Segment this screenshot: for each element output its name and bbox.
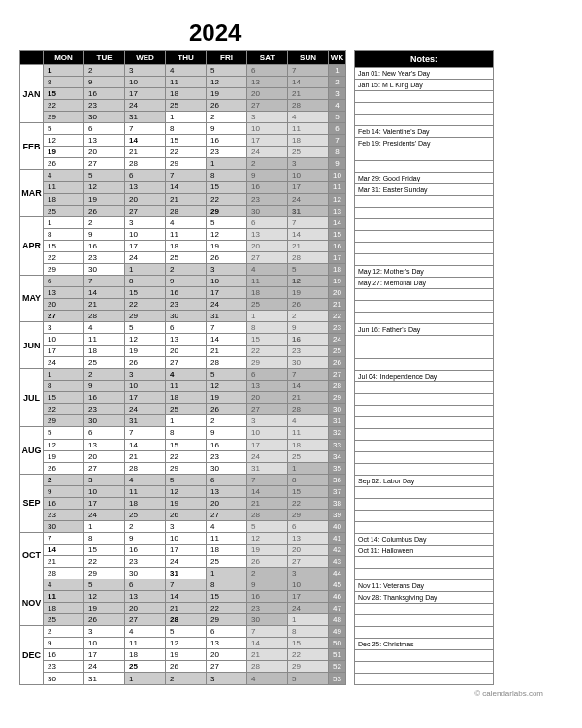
day-cell: 5 [166, 626, 207, 638]
day-cell: 17 [44, 346, 84, 357]
day-cell: 20 [44, 298, 84, 310]
day-cell: 16 [247, 591, 288, 603]
day-cell: 4 [166, 65, 207, 77]
day-cell: 29 [44, 112, 84, 123]
day-cell: 13 [84, 135, 125, 147]
day-cell: 14 [125, 135, 166, 147]
day-cell: 1 [44, 216, 84, 228]
week-number: 27 [329, 369, 346, 381]
day-cell: 6 [84, 427, 125, 439]
day-cell: 21 [288, 240, 329, 251]
note-row [355, 208, 494, 219]
day-cell: 3 [288, 568, 329, 579]
week-number: 21 [329, 298, 346, 310]
week-number: 17 [329, 251, 346, 263]
day-cell: 22 [247, 346, 288, 357]
day-cell: 12 [207, 77, 247, 88]
day-cell: 11 [166, 381, 207, 392]
day-cell: 15 [44, 392, 84, 404]
day-cell: 26 [166, 661, 207, 673]
weekday-header: WED [125, 51, 166, 65]
day-cell: 23 [44, 509, 84, 520]
day-cell: 27 [125, 205, 166, 216]
note-row [355, 336, 494, 347]
note-row [355, 254, 494, 266]
week-number: 29 [329, 392, 346, 404]
day-cell: 12 [44, 135, 84, 147]
day-cell: 2 [207, 415, 247, 427]
notes-panel: Notes: Jan 01: New Year's DayJan 15: M L… [354, 50, 494, 685]
day-cell: 18 [125, 649, 166, 661]
day-cell: 17 [84, 497, 125, 509]
day-cell: 27 [247, 100, 288, 112]
day-cell: 26 [84, 614, 125, 626]
day-cell: 22 [288, 649, 329, 661]
week-number: 38 [329, 497, 346, 509]
week-number: 9 [329, 158, 346, 170]
day-cell: 2 [44, 474, 84, 485]
day-cell: 5 [207, 369, 247, 381]
weekday-header: SUN [288, 51, 329, 65]
day-cell: 19 [84, 193, 125, 205]
day-cell: 2 [44, 626, 84, 638]
day-cell: 7 [125, 427, 166, 439]
day-cell: 3 [247, 112, 288, 123]
day-cell: 26 [288, 298, 329, 310]
day-cell: 10 [84, 485, 125, 497]
day-cell: 25 [166, 404, 207, 415]
day-cell: 16 [247, 182, 288, 193]
day-cell: 23 [247, 193, 288, 205]
day-cell: 13 [166, 334, 207, 346]
day-cell: 10 [247, 427, 288, 439]
day-cell: 19 [288, 286, 329, 298]
day-cell: 28 [125, 158, 166, 170]
note-row [355, 452, 494, 464]
day-cell: 13 [247, 381, 288, 392]
day-cell: 21 [166, 603, 207, 614]
note-row [355, 511, 494, 522]
note-row [355, 219, 494, 231]
day-cell: 30 [288, 357, 329, 369]
day-cell: 23 [84, 404, 125, 415]
day-cell: 31 [166, 568, 207, 579]
day-cell: 4 [44, 170, 84, 182]
day-cell: 17 [207, 286, 247, 298]
day-cell: 24 [166, 555, 207, 567]
day-cell: 19 [207, 88, 247, 100]
note-row [355, 499, 494, 511]
day-cell: 16 [44, 649, 84, 661]
day-cell: 30 [125, 568, 166, 579]
day-cell: 27 [247, 251, 288, 263]
day-cell: 7 [288, 65, 329, 77]
day-cell: 4 [288, 112, 329, 123]
day-cell: 1 [288, 462, 329, 474]
day-cell: 11 [247, 275, 288, 286]
day-cell: 14 [247, 485, 288, 497]
note-row [355, 406, 494, 417]
day-cell: 12 [84, 182, 125, 193]
day-cell: 2 [247, 568, 288, 579]
day-cell: 2 [84, 216, 125, 228]
day-cell: 20 [247, 240, 288, 251]
day-cell: 30 [84, 415, 125, 427]
day-cell: 7 [84, 275, 125, 286]
day-cell: 15 [288, 485, 329, 497]
day-cell: 9 [247, 579, 288, 591]
footer-credit: © calendarlabs.com [19, 689, 543, 698]
day-cell: 31 [247, 462, 288, 474]
day-cell: 12 [207, 228, 247, 240]
day-cell: 12 [207, 381, 247, 392]
day-cell: 13 [247, 228, 288, 240]
day-cell: 25 [288, 147, 329, 158]
day-cell: 19 [166, 497, 207, 509]
day-cell: 31 [84, 673, 125, 685]
day-cell: 5 [207, 216, 247, 228]
day-cell: 24 [125, 100, 166, 112]
day-cell: 17 [288, 591, 329, 603]
day-cell: 27 [207, 509, 247, 520]
day-cell: 1 [207, 158, 247, 170]
note-row [355, 149, 494, 161]
day-cell: 8 [288, 626, 329, 638]
week-number: 46 [329, 591, 346, 603]
calendar-container: MONTUEWEDTHUFRISATSUNWK JAN1234567189101… [19, 50, 563, 685]
